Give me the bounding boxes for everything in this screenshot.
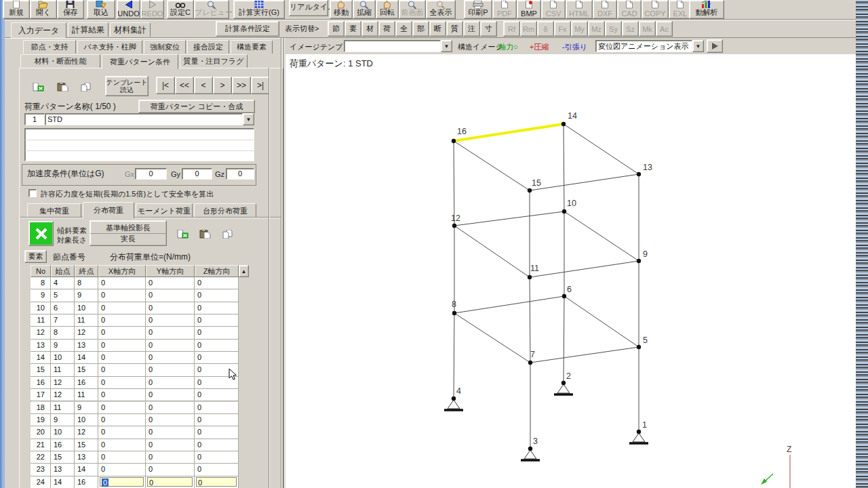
display-button-10[interactable]: 寸 (480, 21, 497, 37)
table-cell[interactable]: 0 (98, 476, 146, 488)
tab-joint-setting[interactable]: 接合設定 (187, 40, 229, 54)
load-tab-distributed-load[interactable]: 分布荷重 (83, 202, 134, 218)
table-cell[interactable]: 12 (51, 377, 75, 389)
table-cell[interactable]: 9 (51, 414, 75, 426)
nav-prev-button[interactable]: < (194, 77, 213, 94)
table-cell[interactable]: 15 (31, 364, 51, 376)
table-cell[interactable]: 11 (51, 364, 75, 376)
table-cell[interactable]: 8 (31, 277, 51, 289)
table-cell[interactable]: 0 (146, 364, 195, 376)
display-button-3[interactable]: 材 (361, 21, 378, 37)
tab-material-section[interactable]: 材料・断面性能 (20, 54, 100, 68)
table-cell[interactable]: 0 (98, 439, 146, 451)
toolbar-button-new[interactable]: 新規 (3, 0, 30, 19)
table-cell[interactable]: 9 (75, 402, 98, 414)
toolbar-button-settings[interactable]: 設定C (167, 0, 194, 19)
result-button-mz[interactable]: Mz (588, 21, 605, 37)
tab-load-pattern[interactable]: 荷重パターン条件 (102, 54, 178, 69)
table-cell[interactable]: 0 (195, 314, 239, 327)
table-cell[interactable]: 0 (98, 402, 146, 414)
table-cell[interactable]: 0 (195, 289, 239, 302)
table-cell[interactable]: 0 (146, 451, 195, 464)
gx-field[interactable]: 0 (135, 168, 167, 180)
pattern-name-field[interactable]: STD (45, 113, 243, 125)
result-button-rf[interactable]: Rf (503, 21, 520, 37)
toolbar-button-pdf[interactable]: PDF (492, 0, 517, 19)
table-cell[interactable]: 0 (195, 426, 239, 439)
copy-pages-icon[interactable] (75, 77, 97, 97)
table-cell[interactable]: 0 (146, 327, 195, 339)
table-cell[interactable]: 23 (31, 464, 51, 476)
table-cell[interactable]: 21 (31, 439, 51, 451)
table-cell[interactable]: 16 (75, 476, 98, 488)
table-cell[interactable]: 4 (51, 277, 75, 289)
table-cell[interactable]: 0 (98, 277, 146, 289)
toolbar-button-show-all[interactable]: 全表示 (426, 0, 456, 19)
toolbar-button-open[interactable]: 開く (30, 0, 57, 19)
table-cell[interactable]: 5 (51, 289, 75, 302)
tab-forced-disp[interactable]: 強制変位 (144, 40, 186, 54)
table-cell[interactable]: 16 (51, 439, 75, 451)
table-cell[interactable]: 18 (31, 402, 51, 414)
table-cell[interactable]: 22 (31, 451, 51, 464)
table-cell[interactable]: 0 (146, 476, 195, 488)
table-cell[interactable]: 10 (75, 414, 98, 426)
result-button-rm[interactable]: Rm (520, 21, 537, 37)
toolbar-button-print[interactable]: 印刷P (464, 0, 492, 19)
table-cell[interactable]: 15 (75, 439, 98, 451)
table-cell[interactable]: 11 (51, 402, 75, 414)
table-cell[interactable]: 0 (146, 314, 195, 327)
table-cell[interactable]: 0 (146, 302, 195, 314)
toolbar-button-dynamic-analysis[interactable]: 動解析 (689, 0, 724, 19)
result-button-fx[interactable]: Fx (554, 21, 571, 37)
table-cell[interactable]: 0 (98, 327, 146, 339)
table-cell[interactable]: 12 (75, 426, 98, 439)
anim-play-button[interactable] (707, 39, 723, 53)
toolbar-button-cad[interactable]: CAD (617, 0, 642, 19)
toolbar-button-undo[interactable]: UNDO (117, 0, 140, 19)
display-button-4[interactable]: 荷 (378, 21, 395, 37)
structure-canvas[interactable]: 荷重パターン: 1 STD 12345678910111213141516Z (285, 54, 856, 488)
display-button-5[interactable]: 全 (395, 21, 412, 37)
copy-excel-icon[interactable] (172, 224, 193, 244)
table-cell[interactable]: 9 (31, 289, 51, 302)
load-tab-concentrated-load[interactable]: 集中荷重 (27, 203, 81, 218)
table-cell[interactable]: 0 (146, 439, 195, 451)
table-cell[interactable]: 13 (75, 340, 98, 352)
display-button-6[interactable]: 部 (412, 21, 429, 37)
tab-input-data[interactable]: 入力データ (11, 22, 66, 38)
nav-prev-fast-button[interactable]: << (175, 77, 194, 94)
display-button-2[interactable]: 要 (344, 21, 361, 37)
table-cell[interactable]: 0 (98, 389, 146, 401)
toolbar-button-realtime[interactable]: リアルタイム (289, 0, 328, 16)
tab-material-sum[interactable]: 材料集計 (110, 22, 151, 37)
table-cell[interactable]: 0 (98, 289, 146, 302)
display-button-1[interactable]: 節 (328, 21, 344, 37)
table-cell[interactable]: 11 (75, 389, 98, 401)
table-cell[interactable]: 0 (98, 377, 146, 389)
table-cell[interactable]: 0 (195, 340, 239, 352)
table-cell[interactable]: 13 (51, 464, 75, 476)
table-cell[interactable]: 0 (98, 352, 146, 364)
table-cell[interactable]: 17 (31, 389, 51, 401)
table-cell[interactable]: 0 (195, 414, 239, 426)
tab-struct-element[interactable]: 構造要素 (231, 40, 273, 54)
copy-excel-icon[interactable] (27, 77, 49, 97)
toolbar-button-redo[interactable]: REDO (140, 0, 164, 19)
table-cell[interactable]: 14 (51, 476, 75, 488)
table-scroll-up-button[interactable]: ▲ (239, 265, 249, 277)
calc-condition-button[interactable]: 計算条件設定 (216, 21, 279, 37)
table-cell[interactable]: 13 (75, 451, 98, 464)
anim-dropdown-button[interactable]: ▼ (692, 40, 704, 52)
copy-pages-icon[interactable] (217, 224, 239, 244)
edit-cell[interactable]: 0 (147, 477, 193, 487)
display-button-8[interactable]: 質 (446, 21, 463, 37)
load-tab-trapezoid-load[interactable]: 台形分布荷重 (194, 203, 256, 218)
structure-diagram[interactable]: 12345678910111213141516Z (285, 54, 856, 488)
table-cell[interactable]: 10 (75, 302, 98, 314)
table-cell[interactable]: 0 (195, 464, 239, 476)
tab-node-support[interactable]: 節点・支持 (23, 40, 76, 54)
result-button-mk[interactable]: Mk (639, 21, 656, 37)
table-cell[interactable]: 0 (98, 414, 146, 426)
table-cell[interactable]: 14 (31, 352, 51, 364)
